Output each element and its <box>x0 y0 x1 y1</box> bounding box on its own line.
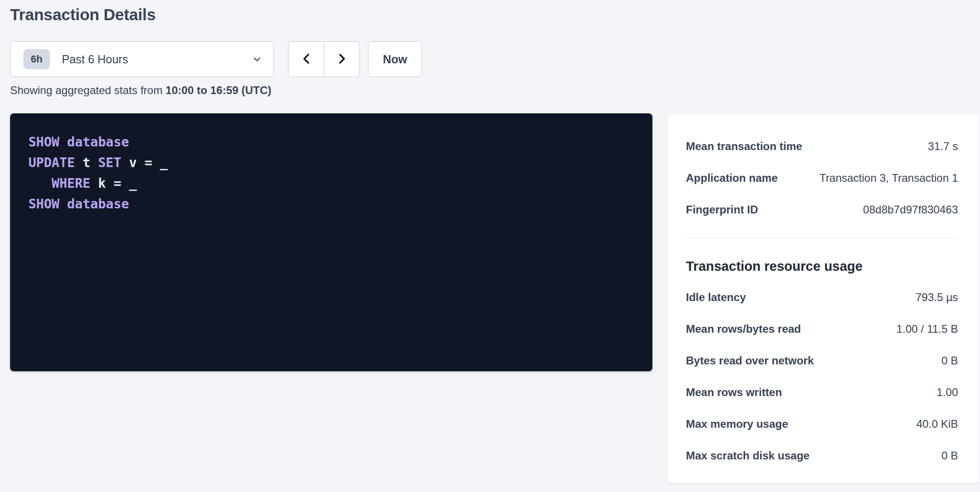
code-token: v = _ <box>121 155 167 170</box>
aggregation-range-prefix: Showing aggregated stats from <box>10 84 166 96</box>
chevron-down-icon <box>251 54 262 65</box>
time-window-dropdown[interactable]: 6h Past 6 Hours <box>10 41 274 77</box>
time-controls: 6h Past 6 Hours <box>10 41 422 77</box>
stat-value: 793.5 µs <box>915 291 958 304</box>
page-title: Transaction Details <box>10 6 156 24</box>
stat-value: 31.7 s <box>928 140 958 153</box>
stat-row-max-scratch-disk-usage: Max scratch disk usage 0 B <box>686 440 958 471</box>
next-time-window-button[interactable] <box>324 42 359 77</box>
time-window-badge: 6h <box>23 49 50 69</box>
stat-label: Fingerprint ID <box>686 203 758 216</box>
stat-label: Application name <box>686 172 778 184</box>
aggregation-range-text: Showing aggregated stats from 10:00 to 1… <box>10 84 272 97</box>
stat-label: Bytes read over network <box>686 354 814 367</box>
stat-row-application-name: Application name Transaction 3, Transact… <box>686 162 958 194</box>
resource-usage-heading: Transaction resource usage <box>686 252 958 281</box>
stat-value: 1.00 / 11.5 B <box>896 323 958 335</box>
sql-line: SHOW database <box>28 194 634 214</box>
stat-row-idle-latency: Idle latency 793.5 µs <box>686 281 958 313</box>
stat-value: 40.0 KiB <box>916 418 958 430</box>
code-token: SET <box>98 155 122 170</box>
stat-label: Max memory usage <box>686 418 788 430</box>
stat-label: Mean rows written <box>686 386 782 399</box>
code-token: SHOW database <box>28 134 129 150</box>
stat-row-max-memory-usage: Max memory usage 40.0 KiB <box>686 408 958 440</box>
transaction-stats-card: Mean transaction time 31.7 s Application… <box>667 113 980 483</box>
stat-row-mean-rows-written: Mean rows written 1.00 <box>686 376 958 408</box>
code-token: SHOW database <box>28 196 129 212</box>
stat-row-mean-rows-bytes-read: Mean rows/bytes read 1.00 / 11.5 B <box>686 313 958 345</box>
stat-label: Idle latency <box>686 291 746 304</box>
stat-row-bytes-read-over-network: Bytes read over network 0 B <box>686 345 958 376</box>
stat-label: Mean transaction time <box>686 140 802 153</box>
stat-value: 08d8b7d97f830463 <box>863 203 958 216</box>
aggregation-range-value: 10:00 to 16:59 (UTC) <box>166 84 272 96</box>
time-window-stepper <box>288 41 360 77</box>
divider <box>686 238 958 239</box>
code-token: WHERE <box>52 176 90 191</box>
stat-label: Max scratch disk usage <box>686 449 809 462</box>
time-window-label: Past 6 Hours <box>62 53 251 66</box>
sql-line: SHOW database <box>28 132 634 152</box>
chevron-left-icon <box>300 52 313 67</box>
code-token <box>28 176 52 191</box>
stat-value: 0 B <box>941 449 958 462</box>
stat-value: 1.00 <box>936 386 958 399</box>
sql-line: WHERE k = _ <box>28 173 634 194</box>
sql-line: UPDATE t SET v = _ <box>28 152 634 173</box>
chevron-right-icon <box>335 52 349 67</box>
sql-statement-box: SHOW database UPDATE t SET v = _ WHERE k… <box>10 113 652 371</box>
prev-time-window-button[interactable] <box>289 42 324 77</box>
code-token: UPDATE <box>28 155 75 170</box>
code-token: t <box>75 155 98 170</box>
stat-row-mean-transaction-time: Mean transaction time 31.7 s <box>686 130 958 162</box>
stat-label: Mean rows/bytes read <box>686 323 801 335</box>
transaction-details-page: Transaction Details 6h Past 6 Hours <box>0 0 980 492</box>
stat-value: Transaction 3, Transaction 1 <box>819 172 958 184</box>
now-button[interactable]: Now <box>368 41 422 77</box>
stat-row-fingerprint-id: Fingerprint ID 08d8b7d97f830463 <box>686 194 958 225</box>
code-token: k = _ <box>90 176 137 191</box>
stat-value: 0 B <box>941 354 958 367</box>
